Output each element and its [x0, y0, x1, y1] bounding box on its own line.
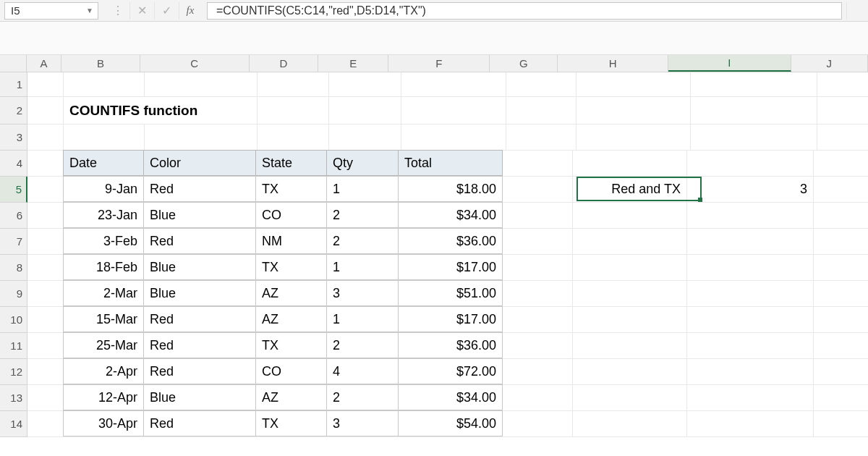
cell-total[interactable]: $34.00: [398, 384, 503, 410]
row-header-4[interactable]: 4: [0, 151, 27, 177]
cell-D2[interactable]: [258, 97, 329, 124]
row-header-6[interactable]: 6: [0, 203, 27, 229]
cell-color[interactable]: Blue: [143, 280, 256, 306]
cell-I2[interactable]: [691, 97, 817, 124]
cell-qty[interactable]: 4: [326, 358, 399, 384]
cell-I6[interactable]: [687, 203, 814, 228]
cell-qty[interactable]: 2: [326, 384, 399, 410]
cell-A3[interactable]: [27, 124, 64, 150]
cell-state[interactable]: TX: [255, 176, 327, 202]
cell-B3[interactable]: [64, 124, 145, 150]
cell-F2[interactable]: [401, 97, 506, 124]
cell-color[interactable]: Red: [143, 176, 256, 202]
cell-color[interactable]: Blue: [143, 254, 256, 280]
cell-H8[interactable]: [573, 255, 687, 280]
cell-I14[interactable]: [687, 411, 814, 436]
cell-J5[interactable]: [814, 177, 868, 202]
table-header-date[interactable]: Date: [63, 150, 144, 176]
cell-E1[interactable]: [329, 72, 401, 96]
cell-A6[interactable]: [27, 203, 64, 228]
col-header-D[interactable]: D: [250, 55, 319, 72]
cell-G1[interactable]: [506, 72, 576, 96]
col-header-I[interactable]: I: [668, 55, 791, 72]
row-header-5[interactable]: 5: [0, 177, 27, 203]
cell-I1[interactable]: [691, 72, 817, 96]
cell-I7[interactable]: [687, 229, 814, 254]
cell-qty[interactable]: 2: [326, 332, 399, 358]
cell-A5[interactable]: [27, 177, 64, 202]
table-header-state[interactable]: State: [255, 150, 327, 176]
cell-I12[interactable]: [687, 359, 814, 384]
cell-H11[interactable]: [573, 333, 687, 358]
cell-G14[interactable]: [503, 411, 573, 436]
cell-qty[interactable]: 3: [326, 410, 399, 436]
row-header-11[interactable]: 11: [0, 333, 27, 359]
sheet-title[interactable]: COUNTIFS function: [64, 97, 258, 124]
cell-I9[interactable]: [687, 281, 814, 306]
cell-A2[interactable]: [27, 97, 64, 124]
cell-I4[interactable]: [687, 151, 814, 176]
cell-A13[interactable]: [27, 385, 64, 410]
cell-state[interactable]: CO: [255, 202, 327, 228]
result-label[interactable]: Red and TX: [573, 177, 687, 202]
cell-G7[interactable]: [503, 229, 573, 254]
cell-H7[interactable]: [573, 229, 687, 254]
cell-B1[interactable]: [64, 72, 145, 96]
cell-J1[interactable]: [817, 72, 868, 96]
cell-A8[interactable]: [27, 255, 64, 280]
cell-qty[interactable]: 1: [326, 176, 399, 202]
cell-A14[interactable]: [27, 411, 64, 436]
cell-H1[interactable]: [576, 72, 691, 96]
enter-icon[interactable]: ✓: [155, 2, 179, 20]
cell-total[interactable]: $34.00: [398, 202, 503, 228]
cell-date[interactable]: 12-Apr: [63, 384, 144, 410]
cell-qty[interactable]: 1: [326, 254, 399, 280]
cell-C1[interactable]: [145, 72, 258, 96]
cell-total[interactable]: $18.00: [398, 176, 503, 202]
result-value[interactable]: 3: [687, 177, 814, 202]
cell-H13[interactable]: [573, 385, 687, 410]
cell-H3[interactable]: [576, 124, 691, 150]
table-header-color[interactable]: Color: [143, 150, 256, 176]
cell-J6[interactable]: [814, 203, 868, 228]
row-header-1[interactable]: 1: [0, 72, 27, 97]
col-header-H[interactable]: H: [558, 55, 668, 72]
row-header-2[interactable]: 2: [0, 97, 27, 124]
row-header-9[interactable]: 9: [0, 281, 27, 307]
row-header-3[interactable]: 3: [0, 124, 27, 151]
cell-H2[interactable]: [576, 97, 691, 124]
cell-color[interactable]: Red: [143, 410, 256, 436]
cell-E2[interactable]: [329, 97, 401, 124]
cell-state[interactable]: AZ: [255, 306, 327, 332]
cell-grid[interactable]: COUNTIFS function: [27, 72, 868, 437]
cell-A7[interactable]: [27, 229, 64, 254]
cell-state[interactable]: AZ: [255, 280, 327, 306]
cancel-icon[interactable]: ✕: [130, 2, 155, 20]
cell-J12[interactable]: [814, 359, 868, 384]
select-all-corner[interactable]: [0, 55, 27, 72]
cell-state[interactable]: NM: [255, 228, 327, 254]
table-header-total[interactable]: Total: [398, 150, 503, 176]
cell-A12[interactable]: [27, 359, 64, 384]
cell-date[interactable]: 23-Jan: [63, 202, 144, 228]
formula-expand-icon[interactable]: [846, 2, 868, 20]
col-header-A[interactable]: A: [27, 55, 61, 72]
row-header-8[interactable]: 8: [0, 255, 27, 281]
cell-I13[interactable]: [687, 385, 814, 410]
col-header-B[interactable]: B: [61, 55, 140, 72]
cell-J11[interactable]: [814, 333, 868, 358]
cell-state[interactable]: AZ: [255, 384, 327, 410]
cell-J7[interactable]: [814, 229, 868, 254]
row-header-12[interactable]: 12: [0, 359, 27, 385]
cell-A11[interactable]: [27, 333, 64, 358]
cell-F1[interactable]: [401, 72, 506, 96]
cell-G5[interactable]: [503, 177, 573, 202]
cell-H12[interactable]: [573, 359, 687, 384]
cell-qty[interactable]: 2: [326, 202, 399, 228]
cell-I11[interactable]: [687, 333, 814, 358]
cell-date[interactable]: 9-Jan: [63, 176, 144, 202]
cell-J3[interactable]: [817, 124, 868, 150]
cell-total[interactable]: $36.00: [398, 228, 503, 254]
cell-date[interactable]: 15-Mar: [63, 306, 144, 332]
cell-state[interactable]: CO: [255, 358, 327, 384]
